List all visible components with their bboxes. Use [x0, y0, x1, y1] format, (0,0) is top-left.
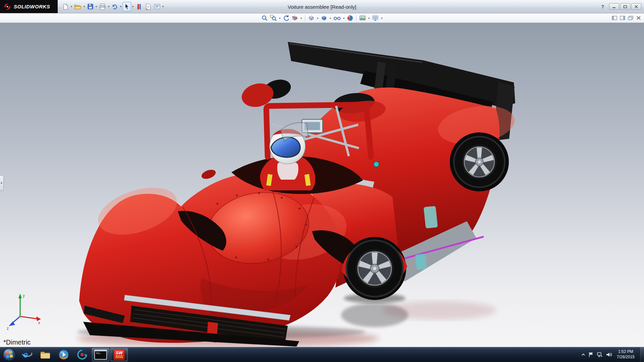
taskbar-item-solidworks-2015[interactable]: SW 2015 [110, 348, 128, 361]
view-settings-button[interactable] [372, 14, 379, 22]
action-center-button[interactable] [588, 352, 594, 357]
minimize-icon [612, 5, 616, 8]
collapse-left-pane-icon [612, 16, 617, 20]
edit-appearance-button[interactable] [346, 14, 354, 22]
print-button[interactable] [98, 2, 107, 11]
volume-button[interactable] [606, 352, 612, 357]
clock-time: 1:52 PM [617, 349, 635, 355]
instant3d-icon [137, 3, 141, 10]
select-button[interactable] [122, 2, 131, 11]
model-canvas[interactable] [0, 23, 644, 347]
undo-button[interactable] [110, 2, 119, 11]
previous-view-button[interactable] [282, 14, 290, 22]
taskbar-item-internet-explorer[interactable]: e [18, 348, 36, 361]
undo-dropdown[interactable]: ▾ [120, 5, 121, 8]
collapse-right-pane-button[interactable] [619, 15, 626, 21]
new-icon [62, 3, 69, 10]
display-style-button[interactable] [320, 14, 328, 22]
brand-text: SOLIDWORKS [14, 4, 50, 9]
triad-y-label: y [23, 293, 25, 298]
solidworks-brand: SOLIDWORKS [0, 0, 58, 13]
taskbar-item-command-prompt[interactable] [92, 348, 109, 361]
hide-show-items-button[interactable] [333, 14, 341, 22]
taskbar-items: e [18, 348, 128, 361]
heads-up-tools: ▾ ▾ [261, 13, 383, 23]
view-settings-icon [372, 15, 379, 21]
file-properties-button[interactable] [144, 2, 152, 11]
taskbar: e [0, 347, 644, 362]
view-toolbar: ▾ ▾ [0, 13, 644, 23]
network-button[interactable] [597, 352, 603, 357]
apply-scene-dropdown[interactable]: ▾ [368, 17, 370, 20]
show-desktop-button[interactable] [640, 347, 644, 362]
maximize-icon [623, 5, 627, 8]
edit-appearance-icon [347, 15, 354, 21]
display-style-icon [321, 15, 327, 21]
taskbar-item-media-player[interactable] [55, 348, 72, 361]
speaker-icon [606, 352, 612, 357]
file-properties-icon [145, 3, 151, 10]
restore-pane-button[interactable] [627, 15, 634, 21]
new-button[interactable] [61, 2, 70, 11]
internet-explorer-icon: e [21, 349, 32, 360]
select-dropdown[interactable]: ▾ [132, 5, 133, 8]
options-icon [154, 4, 160, 10]
hide-show-dropdown[interactable]: ▾ [343, 17, 344, 20]
zoom-to-fit-button[interactable] [261, 14, 268, 22]
side-window-teal [424, 206, 438, 228]
clock-date: 7/28/2015 [617, 355, 635, 360]
taskbar-item-solidworks[interactable] [73, 348, 91, 361]
section-dropdown[interactable]: ▾ [301, 17, 302, 20]
orientation-dropdown[interactable]: ▾ [317, 17, 318, 20]
race-car-model[interactable] [79, 42, 517, 347]
options-button[interactable] [153, 2, 161, 11]
titlebar[interactable]: SOLIDWORKS ▾ ▾ [0, 0, 644, 13]
media-player-icon [58, 349, 69, 360]
hide-show-items-icon [333, 16, 341, 20]
triad-z-label: z [7, 326, 9, 331]
system-tray: 1:52 PM 7/28/2015 [581, 347, 644, 362]
tray-expand-button[interactable] [581, 353, 585, 356]
apply-scene-button[interactable] [359, 14, 366, 22]
help-button[interactable]: ? [601, 4, 604, 9]
main-toolbar: ▾ ▾ ▾ [61, 2, 164, 11]
section-view-icon [291, 15, 298, 21]
view-orientation-button[interactable] [308, 14, 315, 22]
instant3d-button[interactable] [135, 2, 143, 11]
undo-icon [111, 4, 118, 10]
print-icon [99, 3, 106, 10]
view-orientation-icon [308, 15, 315, 21]
start-button[interactable] [1, 347, 17, 362]
minimize-button[interactable] [609, 3, 619, 10]
side-mirror [200, 168, 217, 181]
collapse-left-pane-button[interactable] [611, 15, 618, 21]
view-settings-dropdown[interactable]: ▾ [381, 17, 382, 20]
toolbar-divider [356, 15, 357, 21]
pane-controls [611, 15, 642, 21]
print-dropdown[interactable]: ▾ [108, 5, 109, 8]
maximize-button[interactable] [620, 3, 630, 10]
close-pane-button[interactable] [635, 15, 642, 21]
panel-expand-tab[interactable] [0, 175, 4, 191]
save-button[interactable] [86, 2, 95, 11]
section-view-button[interactable] [291, 14, 299, 22]
zoom-dropdown[interactable]: ▾ [279, 17, 280, 20]
save-dropdown[interactable]: ▾ [96, 5, 97, 8]
select-cursor-icon [124, 3, 129, 10]
options-dropdown[interactable]: ▾ [162, 5, 164, 8]
zoom-to-area-button[interactable] [270, 14, 277, 22]
display-style-dropdown[interactable]: ▾ [330, 17, 331, 20]
viewport-3d[interactable]: y x z *Dimetric [0, 23, 644, 347]
close-pane-icon [636, 16, 641, 20]
window-controls: ? [601, 3, 644, 10]
close-button[interactable] [631, 3, 641, 10]
zoom-to-area-icon [270, 15, 277, 21]
taskbar-item-windows-explorer[interactable] [37, 348, 54, 361]
rear-right-wheel [454, 136, 504, 187]
new-dropdown[interactable]: ▾ [71, 5, 72, 8]
command-prompt-icon [94, 349, 107, 360]
folder-icon [40, 350, 51, 359]
open-button[interactable] [73, 2, 83, 11]
taskbar-clock[interactable]: 1:52 PM 7/28/2015 [615, 349, 637, 360]
open-dropdown[interactable]: ▾ [84, 5, 85, 8]
